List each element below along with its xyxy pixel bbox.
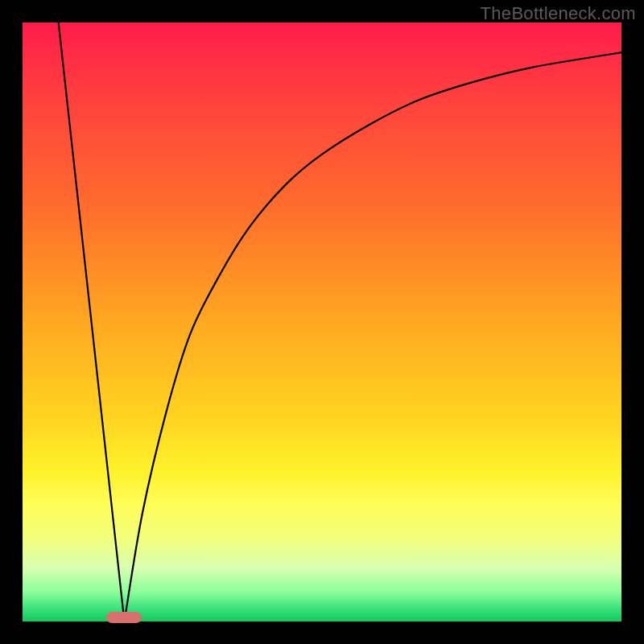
plot-area <box>23 23 621 621</box>
watermark-label: TheBottleneck.com <box>481 3 636 24</box>
curve-layer <box>23 23 621 621</box>
curve-right-branch <box>124 52 621 621</box>
chart-frame: TheBottleneck.com <box>0 0 644 644</box>
dip-marker <box>106 612 142 623</box>
curve-left-branch <box>59 23 125 621</box>
